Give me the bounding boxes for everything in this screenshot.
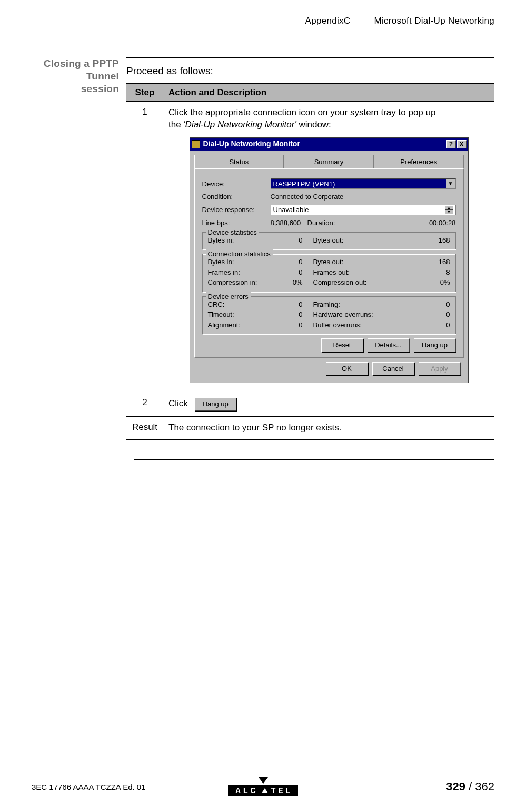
page-number: 329 / 362 bbox=[298, 780, 494, 794]
apply-button: Apply bbox=[419, 362, 461, 376]
steps-table: Step Action and Description 1 Click the … bbox=[126, 83, 494, 440]
device-dropdown[interactable]: RASPPTPM (VPN1) ▼ bbox=[271, 178, 456, 189]
col-step: Step bbox=[126, 84, 163, 102]
tab-preferences[interactable]: Preferences bbox=[374, 155, 464, 169]
tab-strip: Status Summary Preferences bbox=[194, 155, 464, 169]
step-description: Click Hang up bbox=[163, 392, 494, 417]
triangle-down-icon bbox=[259, 777, 268, 784]
lead-text: Proceed as follows: bbox=[126, 65, 494, 77]
close-button[interactable]: X bbox=[457, 140, 467, 148]
section-side-heading: Closing a PPTP Tunnel session bbox=[32, 57, 126, 440]
header-appendix: AppendixC bbox=[305, 16, 351, 26]
condition-label: Condition: bbox=[202, 192, 271, 202]
group-connection-stats: Bytes in: 0 Bytes out: 168 Frames in: 0 bbox=[202, 254, 456, 292]
group-device-errors: CRC: 0 Framing: 0 Timeout: 0 bbox=[202, 296, 456, 335]
step-description: The connection to your SP no longer exis… bbox=[163, 416, 494, 439]
step-number: 2 bbox=[126, 392, 163, 417]
page-header: AppendixC Microsoft Dial-Up Networking bbox=[32, 16, 494, 32]
header-title: Microsoft Dial-Up Networking bbox=[374, 16, 494, 26]
window-title: Dial-Up Networking Monitor bbox=[203, 139, 300, 149]
tab-summary[interactable]: Summary bbox=[284, 155, 374, 169]
tab-status[interactable]: Status bbox=[194, 155, 284, 169]
duration-value: 00:00:28 bbox=[386, 218, 456, 228]
hangup-button[interactable]: Hang up bbox=[414, 338, 456, 352]
dropdown-arrow-icon[interactable]: ▼ bbox=[446, 179, 455, 188]
device-response-label: Device response: bbox=[202, 205, 271, 215]
line-bps-value: 8,388,600 bbox=[271, 218, 307, 228]
section-rule bbox=[134, 459, 494, 460]
group-device-stats: Bytes in: 0 Bytes out: 168 bbox=[202, 232, 456, 250]
col-action: Action and Description bbox=[163, 84, 494, 102]
window-icon bbox=[192, 140, 200, 148]
document-number: 3EC 17766 AAAA TCZZA Ed. 01 bbox=[32, 783, 228, 791]
table-row: 1 Click the appropriate connection icon … bbox=[126, 102, 494, 392]
page-footer: 3EC 17766 AAAA TCZZA Ed. 01 ALC TEL 329 … bbox=[32, 777, 494, 796]
table-row: 2 Click Hang up bbox=[126, 392, 494, 417]
hangup-button-inline[interactable]: Hang up bbox=[195, 397, 236, 411]
step-number: 1 bbox=[126, 102, 163, 392]
duration-label: Duration: bbox=[307, 218, 386, 228]
device-response-field[interactable]: Unavailable ▲▼ bbox=[271, 205, 456, 215]
device-label: Device: bbox=[202, 179, 271, 189]
table-row: Result The connection to your SP no long… bbox=[126, 416, 494, 439]
spinner-icon[interactable]: ▲▼ bbox=[445, 206, 453, 214]
step-description: Click the appropriate connection icon on… bbox=[163, 102, 494, 392]
ok-button[interactable]: OK bbox=[326, 362, 368, 376]
titlebar: Dial-Up Networking Monitor ? X bbox=[190, 138, 468, 151]
triangle-up-icon bbox=[262, 788, 268, 793]
help-button[interactable]: ? bbox=[446, 140, 456, 148]
step-number: Result bbox=[126, 416, 163, 439]
dialup-monitor-window: Dial-Up Networking Monitor ? X Status Su… bbox=[190, 137, 469, 384]
details-button[interactable]: Details... bbox=[368, 338, 410, 352]
reset-button[interactable]: Reset bbox=[321, 338, 363, 352]
cancel-button[interactable]: Cancel bbox=[372, 362, 414, 376]
line-bps-label: Line bps: bbox=[202, 218, 271, 228]
condition-value: Connected to Corporate bbox=[271, 192, 456, 202]
alcatel-logo: ALC TEL bbox=[228, 777, 298, 796]
